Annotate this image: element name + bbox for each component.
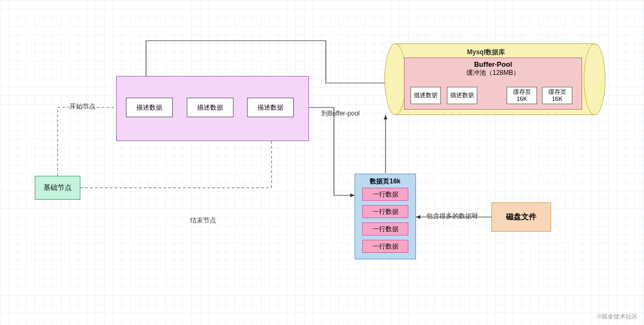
data-page-row-3: 一行数据 [362,240,408,253]
start-node-label: 开始节点 [70,102,96,111]
bp-desc-cell-0: 描述数据 [411,87,441,104]
buffer-pool-title2: 缓冲池（128MB） [466,68,520,78]
data-page-row-2: 一行数据 [362,222,408,235]
bp-desc-cell-1: 描述数据 [447,87,477,104]
disk-file: 磁盘文件 [491,202,551,232]
bp-cache-cell-1: 缓存页 16K [542,87,572,104]
watermark: ©掘金技术社区 [597,313,637,321]
data-page-row-0: 一行数据 [362,188,408,201]
free-list-cell-0: 描述数据 [126,98,173,117]
base-node: 基础节点 [35,176,80,200]
to-buffer-pool-label: 到Buffer-pool [321,109,359,118]
mysql-title: Mysql数据库 [467,48,505,57]
data-page-title: 数据页16k [370,177,400,186]
end-node-label: 结束节点 [190,216,216,225]
free-list-cell-1: 描述数据 [187,98,233,117]
diagram-canvas: Free链表 描述数据 描述数据 描述数据 基础节点 开始节点 结束节点 到Bu… [0,0,644,325]
disk-arrow-label: 包含很多的数据呀 [426,212,478,221]
free-list-cell-2: 描述数据 [247,98,294,117]
mysql-cylinder-right-cap [584,43,605,115]
buffer-pool-title1: Buffer·Pool [474,60,512,68]
data-page-row-1: 一行数据 [362,205,408,218]
mysql-cylinder-left-cap [384,43,406,115]
bp-cache-cell-0: 缓存页 16K [507,87,537,104]
